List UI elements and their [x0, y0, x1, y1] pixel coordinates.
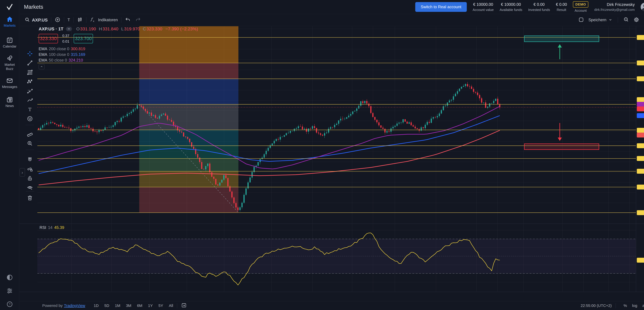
- axis-badge: [637, 35, 644, 40]
- chart-style-button[interactable]: [77, 17, 83, 23]
- text-tool-icon[interactable]: T: [26, 106, 33, 113]
- ema-line: [39, 116, 500, 174]
- spread-value: 0.01: [62, 39, 70, 43]
- sidebar-item-calendar[interactable]: Calendar: [0, 36, 19, 48]
- trend-line-tool-icon[interactable]: [26, 60, 33, 66]
- powered-by-label: Powered by: [42, 304, 62, 308]
- app-logo-icon[interactable]: [6, 3, 14, 11]
- percent-scale-button[interactable]: %: [624, 304, 627, 308]
- compare-button[interactable]: [54, 17, 60, 23]
- lock-all-tool-icon[interactable]: [26, 175, 33, 182]
- sidebar-item-markets[interactable]: Markets: [0, 16, 19, 27]
- svg-text:ƒ: ƒ: [90, 17, 93, 21]
- ema-line: [39, 106, 500, 169]
- drawing-toolbar: T: [19, 26, 37, 292]
- range-5y[interactable]: 5Y: [158, 304, 163, 308]
- fx-icon: ƒx: [90, 16, 96, 23]
- gear-icon[interactable]: [634, 17, 639, 23]
- pattern-xabcd-tool-icon[interactable]: [26, 78, 33, 85]
- interval-label: T: [68, 18, 70, 22]
- stat-value: € 10000.00: [473, 2, 493, 7]
- axis-badge: [637, 133, 644, 137]
- rsi-pane: [37, 233, 636, 285]
- range-1d[interactable]: 1D: [94, 304, 99, 308]
- go-to-date-icon[interactable]: [181, 303, 187, 309]
- emoji-tool-icon[interactable]: [26, 115, 33, 122]
- buy-button[interactable]: 323.700: [74, 34, 93, 43]
- forecast-tool-icon[interactable]: [26, 88, 33, 94]
- ema-100-row[interactable]: EMA100 close 0 315.169: [39, 52, 198, 57]
- delete-drawings-tool-icon[interactable]: [26, 195, 33, 201]
- stat-value: € 0.00: [534, 2, 544, 7]
- target-box: [524, 144, 599, 150]
- stat-label: Result: [557, 8, 566, 12]
- auto-scale-button[interactable]: auto: [642, 304, 644, 308]
- axis-badge: [637, 76, 644, 81]
- legend-symbol[interactable]: AXP.US · 1T: [39, 26, 63, 31]
- range-6m[interactable]: 6M: [137, 304, 142, 308]
- range-1y[interactable]: 1Y: [148, 304, 153, 308]
- sidebar-item-label: Market Buzz: [0, 62, 19, 71]
- range-1m[interactable]: 1M: [115, 304, 120, 308]
- indicators-button[interactable]: ƒx Indikatoren: [90, 16, 118, 23]
- measure-tool-icon[interactable]: [26, 131, 33, 137]
- rsi-legend[interactable]: RSI 14 45.39: [40, 225, 64, 230]
- range-3m[interactable]: 3M: [126, 304, 132, 308]
- sidebar-item-market-buzz[interactable]: Market Buzz: [0, 55, 19, 71]
- drawing-lock-tool-icon[interactable]: [26, 166, 33, 172]
- redo-button[interactable]: [135, 17, 141, 23]
- range-all[interactable]: All: [169, 304, 173, 308]
- help-icon[interactable]: ?: [6, 301, 13, 308]
- ema-100-value: 315.169: [71, 52, 85, 57]
- log-scale-button[interactable]: log: [632, 304, 637, 308]
- tradingview-link[interactable]: TradingView: [64, 304, 85, 308]
- axis-badge: [637, 185, 644, 190]
- sell-button[interactable]: 323.330: [39, 34, 58, 43]
- legend-collapse-button[interactable]: [39, 64, 44, 69]
- avatar[interactable]: [641, 3, 644, 11]
- close-value: 323.330: [146, 26, 162, 31]
- legend-collapse-pill[interactable]: [66, 27, 72, 31]
- symbol-search[interactable]: AXP.US: [24, 17, 48, 23]
- magnet-tool-icon[interactable]: [26, 156, 33, 163]
- ema-50-row[interactable]: EMA50 close 0 324.210: [39, 57, 198, 63]
- rsi-value: 45.39: [54, 225, 64, 230]
- spread: 0.37 0.01: [58, 34, 74, 43]
- chart-footer: Powered by TradingView 1D 5D 1M 3M 6M 1Y…: [19, 301, 644, 310]
- ema-200-row[interactable]: EMA200 close 0 300.819: [39, 46, 198, 52]
- axis-badge: [637, 113, 644, 118]
- fib-retracement-tool-icon[interactable]: [26, 69, 33, 76]
- open-value: 331.190: [80, 26, 96, 31]
- stat-result: € 0.00 Result: [556, 2, 567, 12]
- candlesticks: [38, 82, 500, 212]
- axis-badge: [637, 210, 644, 215]
- indicators-label: Indikatoren: [98, 18, 118, 22]
- svg-text:?: ?: [9, 303, 10, 306]
- plus-circle-icon: [54, 17, 60, 23]
- clock-label[interactable]: 22:55:00 (UTC+2): [581, 304, 612, 308]
- sidebar-item-messages[interactable]: Messages: [0, 77, 19, 89]
- news-icon: [6, 101, 13, 104]
- axis-badge: [637, 169, 644, 174]
- watchlist-expand-button[interactable]: ›: [20, 168, 25, 177]
- buzz-icon: [6, 60, 13, 62]
- theme-contrast-icon[interactable]: [6, 274, 13, 282]
- preferences-sliders-icon[interactable]: [6, 287, 13, 295]
- switch-to-real-account-button[interactable]: Switch to Real account: [415, 2, 467, 12]
- hide-drawings-tool-icon[interactable]: [26, 184, 33, 191]
- crosshair-tool-icon[interactable]: [26, 50, 33, 57]
- quick-search-icon[interactable]: [623, 17, 629, 23]
- zoom-in-tool-icon[interactable]: [26, 140, 33, 147]
- interval-button[interactable]: T: [68, 18, 70, 22]
- sidebar-item-news[interactable]: News: [0, 96, 19, 108]
- save-button[interactable]: Speichern: [588, 17, 612, 22]
- layout-select-icon[interactable]: [578, 17, 584, 23]
- brush-tool-icon[interactable]: [26, 97, 33, 104]
- change-value: −7.390 (−2.23%): [166, 26, 198, 31]
- undo-button[interactable]: [125, 17, 131, 23]
- sidebar: Markets Calendar Market Buzz Messages Ne…: [0, 0, 19, 310]
- range-buttons: 1D 5D 1M 3M 6M 1Y 5Y All: [94, 304, 173, 308]
- range-5d[interactable]: 5D: [104, 304, 109, 308]
- user-email: dirk.friczewsky@gmail.com: [594, 8, 635, 12]
- axis-badge: [637, 156, 644, 161]
